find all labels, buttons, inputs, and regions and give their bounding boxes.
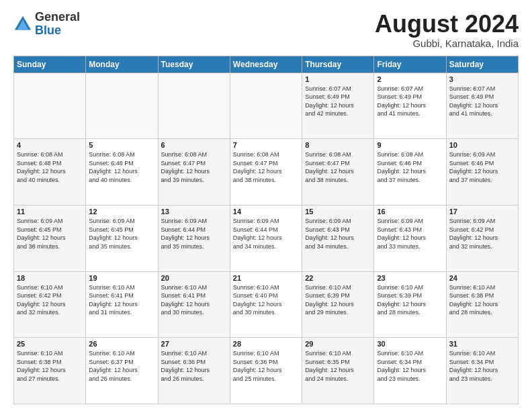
day-number: 13 — [161, 208, 227, 216]
calendar-header-tuesday: Tuesday — [158, 56, 230, 73]
calendar-cell: 5Sunrise: 6:08 AM Sunset: 6:48 PM Daylig… — [86, 139, 158, 205]
calendar-cell: 31Sunrise: 6:10 AM Sunset: 6:34 PM Dayli… — [446, 338, 518, 404]
calendar-table: SundayMondayTuesdayWednesdayThursdayFrid… — [13, 56, 519, 404]
day-number: 25 — [17, 340, 83, 348]
cell-info: Sunrise: 6:10 AM Sunset: 6:38 PM Dayligh… — [449, 283, 515, 317]
cell-info: Sunrise: 6:07 AM Sunset: 6:49 PM Dayligh… — [305, 85, 371, 118]
calendar-cell: 23Sunrise: 6:10 AM Sunset: 6:39 PM Dayli… — [374, 271, 446, 338]
day-number: 18 — [17, 274, 83, 282]
cell-info: Sunrise: 6:10 AM Sunset: 6:42 PM Dayligh… — [17, 283, 83, 317]
calendar-week-row: 25Sunrise: 6:10 AM Sunset: 6:38 PM Dayli… — [14, 338, 519, 404]
calendar-header-sunday: Sunday — [14, 56, 86, 73]
day-number: 15 — [305, 208, 371, 216]
calendar-header-friday: Friday — [374, 56, 446, 73]
cell-info: Sunrise: 6:08 AM Sunset: 6:47 PM Dayligh… — [161, 150, 227, 184]
logo: General Blue — [13, 11, 80, 38]
cell-info: Sunrise: 6:09 AM Sunset: 6:46 PM Dayligh… — [449, 150, 515, 184]
calendar-week-row: 4Sunrise: 6:08 AM Sunset: 6:48 PM Daylig… — [14, 139, 519, 205]
cell-info: Sunrise: 6:10 AM Sunset: 6:36 PM Dayligh… — [161, 349, 227, 383]
calendar-cell: 15Sunrise: 6:09 AM Sunset: 6:43 PM Dayli… — [302, 205, 374, 271]
cell-info: Sunrise: 6:09 AM Sunset: 6:43 PM Dayligh… — [377, 217, 443, 250]
day-number: 17 — [449, 208, 515, 216]
cell-info: Sunrise: 6:07 AM Sunset: 6:49 PM Dayligh… — [377, 85, 443, 118]
calendar-cell: 18Sunrise: 6:10 AM Sunset: 6:42 PM Dayli… — [14, 271, 86, 338]
calendar-cell: 2Sunrise: 6:07 AM Sunset: 6:49 PM Daylig… — [374, 73, 446, 139]
cell-info: Sunrise: 6:08 AM Sunset: 6:47 PM Dayligh… — [305, 150, 371, 184]
calendar-cell: 3Sunrise: 6:07 AM Sunset: 6:49 PM Daylig… — [446, 73, 518, 139]
day-number: 5 — [89, 141, 154, 149]
calendar-cell: 25Sunrise: 6:10 AM Sunset: 6:38 PM Dayli… — [14, 338, 86, 404]
calendar-cell: 17Sunrise: 6:09 AM Sunset: 6:42 PM Dayli… — [446, 205, 518, 271]
day-number: 21 — [233, 274, 299, 282]
day-number: 24 — [449, 274, 515, 282]
cell-info: Sunrise: 6:10 AM Sunset: 6:40 PM Dayligh… — [233, 283, 299, 317]
cell-info: Sunrise: 6:08 AM Sunset: 6:48 PM Dayligh… — [89, 150, 154, 184]
calendar-header-row: SundayMondayTuesdayWednesdayThursdayFrid… — [14, 56, 519, 73]
cell-info: Sunrise: 6:09 AM Sunset: 6:43 PM Dayligh… — [305, 217, 371, 250]
calendar-week-row: 1Sunrise: 6:07 AM Sunset: 6:49 PM Daylig… — [14, 73, 519, 139]
title-block: August 2024 Gubbi, Karnataka, India — [375, 11, 519, 49]
logo-blue: Blue — [35, 24, 61, 37]
day-number: 14 — [233, 208, 299, 216]
calendar-cell: 29Sunrise: 6:10 AM Sunset: 6:35 PM Dayli… — [302, 338, 374, 404]
calendar-cell: 22Sunrise: 6:10 AM Sunset: 6:39 PM Dayli… — [302, 271, 374, 338]
calendar-cell: 16Sunrise: 6:09 AM Sunset: 6:43 PM Dayli… — [374, 205, 446, 271]
calendar-week-row: 18Sunrise: 6:10 AM Sunset: 6:42 PM Dayli… — [14, 271, 519, 338]
calendar-cell: 1Sunrise: 6:07 AM Sunset: 6:49 PM Daylig… — [302, 73, 374, 139]
cell-info: Sunrise: 6:10 AM Sunset: 6:39 PM Dayligh… — [377, 283, 443, 317]
calendar-cell: 4Sunrise: 6:08 AM Sunset: 6:48 PM Daylig… — [14, 139, 86, 205]
calendar-cell: 6Sunrise: 6:08 AM Sunset: 6:47 PM Daylig… — [158, 139, 230, 205]
cell-info: Sunrise: 6:10 AM Sunset: 6:41 PM Dayligh… — [161, 283, 227, 317]
logo-text: General Blue — [35, 11, 80, 38]
cell-info: Sunrise: 6:08 AM Sunset: 6:48 PM Dayligh… — [17, 150, 83, 184]
calendar-cell: 21Sunrise: 6:10 AM Sunset: 6:40 PM Dayli… — [230, 271, 302, 338]
page: General Blue August 2024 Gubbi, Karnatak… — [0, 0, 532, 411]
calendar-header-monday: Monday — [86, 56, 158, 73]
day-number: 10 — [449, 141, 515, 149]
cell-info: Sunrise: 6:10 AM Sunset: 6:41 PM Dayligh… — [89, 283, 154, 317]
cell-info: Sunrise: 6:07 AM Sunset: 6:49 PM Dayligh… — [449, 85, 515, 118]
calendar-cell: 19Sunrise: 6:10 AM Sunset: 6:41 PM Dayli… — [86, 271, 158, 338]
cell-info: Sunrise: 6:09 AM Sunset: 6:45 PM Dayligh… — [17, 217, 83, 250]
day-number: 8 — [305, 141, 371, 149]
calendar-cell — [86, 73, 158, 139]
cell-info: Sunrise: 6:10 AM Sunset: 6:36 PM Dayligh… — [233, 349, 299, 383]
cell-info: Sunrise: 6:08 AM Sunset: 6:47 PM Dayligh… — [233, 150, 299, 184]
calendar-cell — [14, 73, 86, 139]
cell-info: Sunrise: 6:10 AM Sunset: 6:37 PM Dayligh… — [89, 349, 154, 383]
day-number: 29 — [305, 340, 371, 348]
cell-info: Sunrise: 6:10 AM Sunset: 6:35 PM Dayligh… — [305, 349, 371, 383]
logo-icon — [13, 15, 32, 34]
day-number: 27 — [161, 340, 227, 348]
cell-info: Sunrise: 6:09 AM Sunset: 6:42 PM Dayligh… — [449, 217, 515, 250]
cell-info: Sunrise: 6:10 AM Sunset: 6:38 PM Dayligh… — [17, 349, 83, 383]
day-number: 20 — [161, 274, 227, 282]
calendar-cell: 12Sunrise: 6:09 AM Sunset: 6:45 PM Dayli… — [86, 205, 158, 271]
header: General Blue August 2024 Gubbi, Karnatak… — [13, 11, 519, 49]
calendar-cell: 8Sunrise: 6:08 AM Sunset: 6:47 PM Daylig… — [302, 139, 374, 205]
day-number: 16 — [377, 208, 443, 216]
calendar-cell: 11Sunrise: 6:09 AM Sunset: 6:45 PM Dayli… — [14, 205, 86, 271]
day-number: 23 — [377, 274, 443, 282]
day-number: 22 — [305, 274, 371, 282]
day-number: 12 — [89, 208, 154, 216]
calendar-cell: 28Sunrise: 6:10 AM Sunset: 6:36 PM Dayli… — [230, 338, 302, 404]
calendar-cell: 27Sunrise: 6:10 AM Sunset: 6:36 PM Dayli… — [158, 338, 230, 404]
cell-info: Sunrise: 6:09 AM Sunset: 6:44 PM Dayligh… — [233, 217, 299, 250]
day-number: 9 — [377, 141, 443, 149]
cell-info: Sunrise: 6:09 AM Sunset: 6:44 PM Dayligh… — [161, 217, 227, 250]
logo-general: General — [35, 10, 80, 24]
day-number: 1 — [305, 75, 371, 83]
calendar-cell — [158, 73, 230, 139]
calendar-cell: 14Sunrise: 6:09 AM Sunset: 6:44 PM Dayli… — [230, 205, 302, 271]
calendar-cell: 24Sunrise: 6:10 AM Sunset: 6:38 PM Dayli… — [446, 271, 518, 338]
day-number: 4 — [17, 141, 83, 149]
day-number: 3 — [449, 75, 515, 83]
cell-info: Sunrise: 6:08 AM Sunset: 6:46 PM Dayligh… — [377, 150, 443, 184]
day-number: 31 — [449, 340, 515, 348]
cell-info: Sunrise: 6:10 AM Sunset: 6:39 PM Dayligh… — [305, 283, 371, 317]
day-number: 26 — [89, 340, 154, 348]
calendar-cell: 9Sunrise: 6:08 AM Sunset: 6:46 PM Daylig… — [374, 139, 446, 205]
day-number: 19 — [89, 274, 154, 282]
calendar-header-thursday: Thursday — [302, 56, 374, 73]
